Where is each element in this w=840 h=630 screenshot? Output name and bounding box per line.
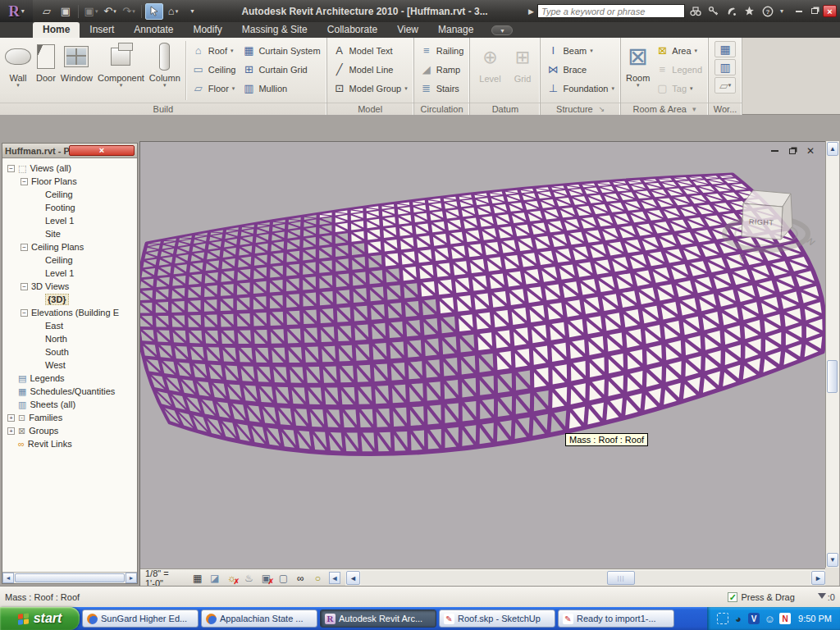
checkbox-checked-icon[interactable]: ✓ [728, 592, 737, 602]
level-button[interactable]: ⊕ Level [472, 39, 507, 85]
scroll-up-icon[interactable]: ▲ [827, 142, 838, 156]
scrollbar-thumb[interactable] [827, 360, 838, 393]
favorites-star-icon[interactable] [742, 4, 757, 19]
tree-item-views-all-[interactable]: −⬚Views (all) [2, 162, 137, 175]
tab-view[interactable]: View [387, 22, 428, 38]
collapse-icon[interactable]: − [21, 309, 28, 317]
search-expander-icon[interactable]: ▶ [528, 7, 534, 16]
scrollbar-track[interactable] [826, 157, 839, 552]
stairs-button[interactable]: ≣Stairs [417, 80, 468, 97]
taskbar-task-sungard-higher-ed-[interactable]: SunGard Higher Ed... [82, 609, 199, 628]
tree-item-footing[interactable]: Footing [2, 201, 137, 214]
toolbar-overflow-icon[interactable]: ▼ [183, 3, 201, 20]
close-button[interactable]: × [823, 5, 837, 17]
brace-button[interactable]: ⋈Brace [543, 61, 618, 78]
tree-item-ceiling-plans[interactable]: −Ceiling Plans [2, 240, 137, 253]
subscription-key-icon[interactable] [706, 4, 721, 19]
help-search-input[interactable] [537, 4, 685, 18]
shadows-off-icon[interactable]: ☼✗ [226, 573, 238, 584]
modify-cursor-icon[interactable] [145, 3, 163, 20]
expand-icon[interactable]: + [7, 427, 15, 435]
scroll-down-icon[interactable]: ▼ [827, 553, 838, 567]
expand-icon[interactable]: + [7, 414, 15, 422]
tree-item-ceiling[interactable]: Ceiling [2, 188, 137, 201]
drawing-area[interactable]: NERIGHT ✕ Mass : Roof : Roof 1/8" = 1'-0… [139, 141, 825, 586]
tree-item-east[interactable]: East [2, 319, 137, 332]
tree-item-level-1[interactable]: Level 1 [2, 214, 137, 227]
collapse-icon[interactable]: − [7, 165, 15, 172]
collapse-icon[interactable]: − [21, 283, 28, 290]
tree-item-families[interactable]: +⊡Families [2, 411, 137, 424]
taskbar-task-ready-to-import1-[interactable]: ✎Ready to import1-... [558, 609, 674, 628]
ramp-button[interactable]: ◢Ramp [417, 61, 468, 78]
legend-button[interactable]: ≡Legend [652, 61, 705, 78]
door-button[interactable]: Door [34, 39, 58, 84]
tree-item-revit-links[interactable]: ∞Revit Links [2, 437, 137, 450]
grid-button[interactable]: ⊞ Grid [508, 39, 538, 85]
area-button[interactable]: ⊠Area▾ [652, 42, 705, 59]
project-browser-title-bar[interactable]: Huffman.rvt - Project br... × [2, 144, 137, 158]
room-button[interactable]: ⊠ Room▾ [623, 39, 652, 88]
scroll-right-icon[interactable]: ► [126, 573, 137, 583]
chevron-down-icon[interactable]: ▾ [692, 105, 696, 113]
tab-annotate[interactable]: Annotate [124, 22, 183, 38]
graphics-style-icon[interactable]: ◪ [208, 573, 221, 584]
railing-button[interactable]: ≡Railing [417, 42, 468, 59]
tree-item-floor-plans[interactable]: −Floor Plans [2, 175, 137, 188]
scroll-left-icon[interactable]: ◄ [346, 571, 360, 585]
chevron-down-icon[interactable]: ▾ [780, 7, 783, 15]
view-restore-icon[interactable] [786, 145, 799, 157]
tree-item-ceiling[interactable]: Ceiling [2, 253, 137, 267]
taskbar-task-autodesk-revit-arc-[interactable]: RAutodesk Revit Arc... [320, 609, 436, 628]
revit-app-menu-button[interactable]: R▾ [0, 0, 33, 22]
taskbar-task-appalachian-state-[interactable]: Appalachian State ... [201, 609, 317, 628]
reveal-hidden-icon[interactable]: ○ [312, 573, 324, 584]
palette-horizontal-scrollbar[interactable]: ◄ ► [2, 572, 137, 583]
ceiling-button[interactable]: ▭Ceiling [189, 61, 240, 78]
rendering-dialog-icon[interactable]: ♨ [243, 573, 255, 584]
open-icon[interactable]: ▱ [38, 3, 56, 20]
mullion-button[interactable]: ▥Mullion [239, 80, 323, 97]
tray-swirl-icon[interactable]: ◕ [733, 613, 744, 624]
press-drag-toggle[interactable]: ✓ Press & Drag [728, 592, 794, 602]
tree-item-legends[interactable]: ▤Legends [2, 372, 137, 385]
tree-item-south[interactable]: South [2, 345, 137, 358]
component-button[interactable]: Component▾ [95, 39, 147, 88]
tree-item-elevations-building-e[interactable]: −Elevations (Building E [2, 306, 137, 319]
crop-view-icon[interactable]: ▣✗ [260, 573, 272, 584]
home-view-icon[interactable]: ⌂▾ [164, 3, 182, 20]
tree-item-north[interactable]: North [2, 332, 137, 345]
workset-visibility-icon[interactable]: ▥ [714, 59, 736, 75]
tab-insert[interactable]: Insert [80, 22, 124, 38]
tree-item-3d-views[interactable]: −3D Views [2, 280, 137, 293]
tray-antivirus-shield-icon[interactable]: V [748, 613, 760, 624]
tree-item-west[interactable]: West [2, 358, 137, 372]
save-icon[interactable]: ▣ [57, 3, 75, 20]
show-crop-icon[interactable]: ▢ [277, 573, 290, 584]
hide-isolate-icon[interactable]: ∞ [294, 573, 307, 584]
tab-manage[interactable]: Manage [428, 22, 483, 38]
redo-icon[interactable]: ↷▾ [120, 3, 138, 20]
tree-item-site[interactable]: Site [2, 227, 137, 240]
scroll-right-icon[interactable]: ► [811, 571, 825, 585]
floor-button[interactable]: ▱Floor▾ [189, 80, 240, 97]
workplane-icon[interactable]: ▱▾ [714, 77, 736, 94]
wall-button[interactable]: Wall▾ [2, 39, 34, 88]
horizontal-scrollbar[interactable]: ◄ ||| ► [345, 568, 826, 587]
roof-button[interactable]: ⌂Roof▾ [189, 42, 240, 59]
tag-button[interactable]: ▢Tag▾ [652, 80, 705, 97]
tab-home[interactable]: Home [33, 22, 80, 38]
worksets-icon[interactable]: ▦ [714, 41, 736, 57]
collapse-icon[interactable]: − [21, 244, 28, 251]
scrollbar-track[interactable]: ||| [361, 571, 810, 585]
tree-item-groups[interactable]: +⊠Groups [2, 424, 137, 437]
help-icon[interactable]: ? [760, 4, 775, 19]
taskbar-clock[interactable]: 9:50 PM [798, 614, 832, 623]
close-icon[interactable]: × [69, 145, 135, 156]
model-text-button[interactable]: AModel Text [330, 42, 411, 59]
tab-modify[interactable]: Modify [183, 22, 231, 38]
taskbar-task-roof-skp-sketchup[interactable]: ✎Roof.skp - SketchUp [439, 609, 555, 628]
tray-novell-icon[interactable]: N [779, 613, 791, 624]
scrollbar-thumb[interactable] [15, 573, 125, 582]
selection-filter[interactable]: :0 [818, 592, 835, 602]
